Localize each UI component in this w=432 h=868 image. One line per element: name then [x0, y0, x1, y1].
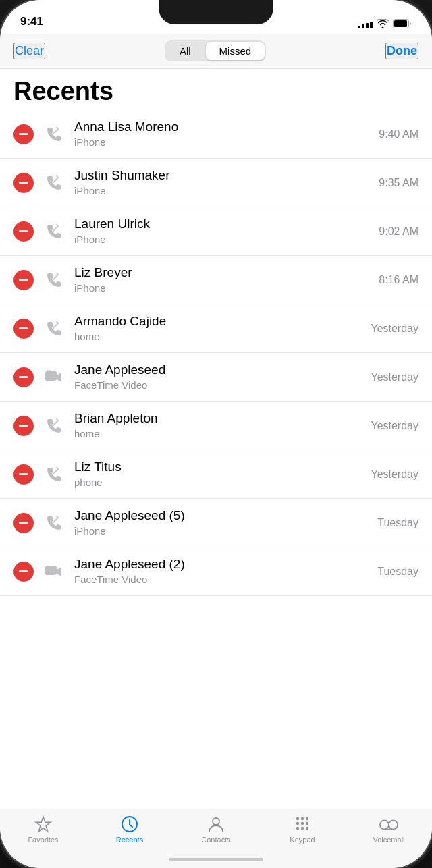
- tab-recents-label: Recents: [116, 836, 143, 844]
- done-button[interactable]: Done: [385, 43, 418, 59]
- delete-button-6[interactable]: [14, 416, 34, 436]
- call-info-1: Justin Shumaker iPhone: [74, 167, 379, 197]
- delete-button-4[interactable]: [14, 319, 34, 339]
- call-item-8[interactable]: Jane Appleseed (5) iPhone Tuesday: [0, 499, 432, 547]
- call-name-2: Lauren Ulrick: [74, 216, 379, 233]
- call-item-9[interactable]: Jane Appleseed (2) FaceTime Video Tuesda…: [0, 547, 432, 596]
- call-type-5: FaceTime Video: [74, 379, 371, 392]
- svg-point-13: [306, 822, 308, 825]
- call-name-8: Jane Appleseed (5): [74, 508, 377, 524]
- svg-point-7: [213, 818, 219, 825]
- page-title-area: Recents: [0, 69, 432, 110]
- call-list[interactable]: Anna Lisa Moreno iPhone 9:40 AM Justin S…: [0, 110, 432, 809]
- call-time-1: 9:35 AM: [379, 177, 418, 189]
- call-name-9: Jane Appleseed (2): [74, 556, 377, 573]
- call-type-3: iPhone: [74, 281, 379, 295]
- nav-bar: Clear All Missed Done: [0, 34, 432, 69]
- svg-point-14: [296, 827, 299, 830]
- call-time-3: 8:16 AM: [379, 274, 418, 286]
- wifi-icon: [377, 19, 389, 28]
- call-name-1: Justin Shumaker: [74, 167, 379, 184]
- call-name-6: Brian Appleton: [74, 410, 371, 427]
- tab-recents[interactable]: Recents: [86, 815, 173, 844]
- call-item-3[interactable]: Liz Breyer iPhone 8:16 AM: [0, 256, 432, 304]
- segmented-control: All Missed: [165, 40, 266, 61]
- delete-button-1[interactable]: [14, 173, 34, 193]
- person-icon: [207, 815, 225, 834]
- call-item-6[interactable]: Brian Appleton home Yesterday: [0, 402, 432, 450]
- tab-keypad[interactable]: Keypad: [259, 815, 346, 844]
- call-info-6: Brian Appleton home: [74, 410, 371, 440]
- call-info-4: Armando Cajide home: [74, 313, 371, 343]
- call-info-8: Jane Appleseed (5) iPhone: [74, 508, 377, 537]
- call-item-2[interactable]: Lauren Ulrick iPhone 9:02 AM: [0, 207, 432, 256]
- call-icon-5: [42, 365, 66, 389]
- star-icon: [34, 815, 53, 834]
- call-time-5: Yesterday: [371, 371, 418, 383]
- call-time-2: 9:02 AM: [379, 225, 418, 238]
- call-item-1[interactable]: Justin Shumaker iPhone 9:35 AM: [0, 159, 432, 207]
- delete-button-5[interactable]: [14, 367, 34, 387]
- call-name-4: Armando Cajide: [74, 313, 371, 330]
- call-icon-4: [42, 317, 66, 341]
- delete-button-7[interactable]: [14, 464, 34, 485]
- call-info-9: Jane Appleseed (2) FaceTime Video: [74, 556, 377, 586]
- call-type-8: iPhone: [74, 524, 377, 538]
- call-time-9: Tuesday: [377, 566, 418, 578]
- tab-favorites[interactable]: Favorites: [0, 815, 86, 844]
- call-item-5[interactable]: Jane Appleseed FaceTime Video Yesterday: [0, 353, 432, 402]
- delete-button-9[interactable]: [14, 562, 34, 582]
- tab-voicemail[interactable]: Voicemail: [346, 815, 432, 844]
- status-icons: [358, 19, 412, 28]
- tab-voicemail-label: Voicemail: [373, 836, 404, 844]
- svg-point-16: [306, 827, 308, 830]
- call-time-8: Tuesday: [377, 517, 418, 529]
- call-name-0: Anna Lisa Moreno: [74, 119, 379, 136]
- signal-bar-1: [358, 26, 360, 28]
- clock-icon: [120, 815, 139, 834]
- call-icon-2: [42, 219, 66, 244]
- call-info-2: Lauren Ulrick iPhone: [74, 216, 379, 246]
- tab-contacts[interactable]: Contacts: [173, 815, 259, 844]
- call-info-3: Liz Breyer iPhone: [74, 265, 379, 294]
- delete-button-8[interactable]: [14, 513, 34, 533]
- svg-point-12: [301, 822, 304, 825]
- call-type-2: iPhone: [74, 233, 379, 246]
- segment-missed[interactable]: Missed: [206, 42, 265, 60]
- call-type-7: phone: [74, 476, 371, 489]
- call-item-7[interactable]: Liz Titus phone Yesterday: [0, 450, 432, 499]
- call-time-4: Yesterday: [371, 323, 418, 335]
- call-item-0[interactable]: Anna Lisa Moreno iPhone 9:40 AM: [0, 110, 432, 159]
- delete-button-2[interactable]: [14, 221, 34, 242]
- svg-point-8: [296, 817, 299, 820]
- call-icon-1: [42, 171, 66, 195]
- signal-bar-2: [362, 24, 364, 28]
- signal-bar-4: [370, 22, 373, 28]
- call-info-0: Anna Lisa Moreno iPhone: [74, 119, 379, 148]
- call-item-4[interactable]: Armando Cajide home Yesterday: [0, 304, 432, 353]
- call-icon-7: [42, 462, 66, 487]
- call-time-6: Yesterday: [371, 420, 418, 432]
- svg-point-18: [389, 820, 398, 829]
- call-type-9: FaceTime Video: [74, 573, 377, 587]
- svg-point-17: [380, 820, 389, 829]
- tab-keypad-label: Keypad: [290, 836, 315, 844]
- call-info-5: Jane Appleseed FaceTime Video: [74, 362, 371, 391]
- svg-point-10: [306, 817, 308, 820]
- phone-frame: 9:41: [0, 0, 432, 868]
- signal-bar-3: [366, 23, 369, 28]
- tab-favorites-label: Favorites: [28, 836, 58, 844]
- delete-button-0[interactable]: [14, 124, 34, 144]
- call-name-7: Liz Titus: [74, 459, 371, 476]
- delete-button-3[interactable]: [14, 270, 34, 290]
- tab-contacts-label: Contacts: [201, 836, 230, 844]
- call-icon-3: [42, 268, 66, 292]
- clear-button[interactable]: Clear: [14, 43, 45, 59]
- call-type-4: home: [74, 330, 371, 344]
- call-time-7: Yesterday: [371, 468, 418, 481]
- call-icon-9: [42, 560, 66, 584]
- home-indicator: [169, 858, 263, 861]
- segment-all[interactable]: All: [166, 42, 205, 60]
- svg-line-6: [130, 825, 132, 827]
- svg-rect-2: [45, 371, 57, 381]
